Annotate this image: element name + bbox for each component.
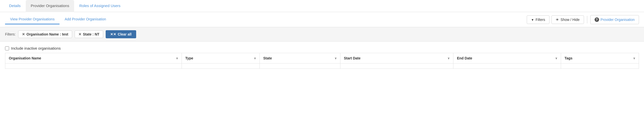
help-button[interactable]: Provider Organisation <box>590 15 639 24</box>
table-row <box>5 63 639 69</box>
include-inactive-label[interactable]: Include inactive organisations <box>11 46 61 50</box>
top-tabs-bar: Details Provider Organisations Roles of … <box>0 0 644 12</box>
filters-button[interactable]: Filters <box>527 15 549 24</box>
col-end-date[interactable]: End Date ∨ <box>453 53 561 63</box>
col-type[interactable]: Type ∨ <box>182 53 259 63</box>
col-start-date[interactable]: Start Date ∨ <box>340 53 453 63</box>
sub-nav-view[interactable]: View Provider Organisations <box>5 15 60 24</box>
sort-end-date-icon: ∨ <box>555 57 557 60</box>
sort-type-icon: ∨ <box>254 57 256 60</box>
col-state-label: State <box>263 56 272 60</box>
filters-label: Filters: <box>5 32 16 36</box>
col-state[interactable]: State ∨ <box>259 53 340 63</box>
cell-state <box>259 63 340 69</box>
col-org-name[interactable]: Organisation Name ∨ <box>5 53 182 63</box>
cell-org-name <box>5 63 182 69</box>
table-container: Organisation Name ∨ Type ∨ State ∨ <box>0 53 644 69</box>
sub-nav-left: View Provider Organisations Add Provider… <box>5 15 111 24</box>
col-end-date-label: End Date <box>457 56 472 60</box>
col-org-name-label: Organisation Name <box>9 56 41 60</box>
nav-divider <box>587 16 587 23</box>
col-tags-label: Tags <box>565 56 573 60</box>
show-hide-label: Show / Hide <box>561 18 579 22</box>
show-hide-button[interactable]: Show / Hide <box>551 15 584 24</box>
state-filter-text: State : NT <box>83 32 99 36</box>
cell-type <box>182 63 259 69</box>
clear-all-label: Clear all <box>118 32 131 36</box>
include-inactive-row: Include inactive organisations <box>0 42 644 53</box>
state-filter-chip[interactable]: State : NT <box>75 30 103 38</box>
cell-end-date <box>453 63 561 69</box>
filter-icon <box>531 18 534 22</box>
remove-org-name-filter-icon <box>22 32 25 36</box>
clear-all-icon: ✕ <box>110 32 116 36</box>
sub-nav-right: Filters Show / Hide Provider Organisatio… <box>527 15 639 24</box>
help-button-label: Provider Organisation <box>601 18 635 22</box>
sort-start-date-icon: ∨ <box>448 57 450 60</box>
filters-bar: Filters: Organisation Name : test State … <box>0 27 644 42</box>
remove-state-filter-icon <box>78 32 81 36</box>
sub-nav-add[interactable]: Add Provider Organisation <box>60 15 111 24</box>
org-name-filter-chip[interactable]: Organisation Name : test <box>18 30 72 38</box>
col-start-date-label: Start Date <box>344 56 361 60</box>
col-type-label: Type <box>185 56 193 60</box>
clear-all-button[interactable]: ✕ Clear all <box>106 30 136 38</box>
sort-org-name-icon: ∨ <box>176 57 178 60</box>
tab-provider-organisations[interactable]: Provider Organisations <box>26 0 74 12</box>
help-icon <box>595 17 599 22</box>
tab-roles-assigned-users[interactable]: Roles of Assigned Users <box>74 0 125 12</box>
sort-tags-icon: ∨ <box>633 57 635 60</box>
eye-icon <box>556 18 559 22</box>
filters-button-label: Filters <box>536 18 545 22</box>
table-header-row: Organisation Name ∨ Type ∨ State ∨ <box>5 53 639 63</box>
cell-start-date <box>340 63 453 69</box>
cell-tags <box>561 63 639 69</box>
tab-details[interactable]: Details <box>4 0 26 12</box>
organisations-table: Organisation Name ∨ Type ∨ State ∨ <box>5 53 639 69</box>
include-inactive-checkbox[interactable] <box>5 46 9 50</box>
sort-state-icon: ∨ <box>335 57 337 60</box>
col-tags[interactable]: Tags ∨ <box>561 53 639 63</box>
sub-nav-bar: View Provider Organisations Add Provider… <box>0 12 644 27</box>
org-name-filter-text: Organisation Name : test <box>26 32 68 36</box>
